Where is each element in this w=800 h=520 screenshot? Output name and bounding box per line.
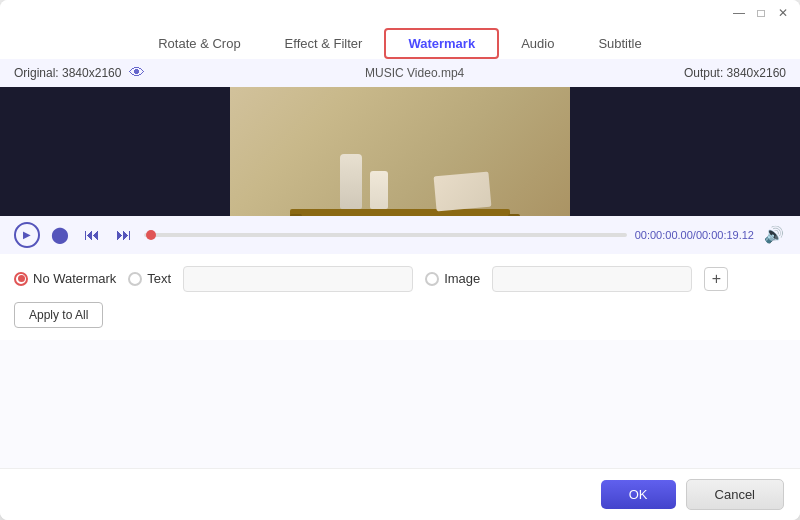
tab-audio[interactable]: Audio [499, 30, 576, 57]
controls-bar: ▶ ⬤ ⏮ ⏭ 00:00:00.00/00:00:19.12 🔊 [0, 216, 800, 254]
text-watermark-label: Text [147, 271, 171, 286]
vase-tall [340, 154, 362, 209]
bench-leg-left [290, 214, 302, 216]
no-watermark-label: No Watermark [33, 271, 116, 286]
volume-button[interactable]: 🔊 [762, 223, 786, 247]
prev-icon: ⏮ [84, 226, 100, 244]
next-icon: ⏭ [116, 226, 132, 244]
plus-icon: + [712, 270, 721, 288]
play-icon: ▶ [23, 229, 31, 240]
bench-leg-right [508, 214, 520, 216]
bench-decoration [290, 209, 510, 216]
vase-short [370, 171, 388, 209]
progress-bar[interactable] [144, 233, 627, 237]
time-display: 00:00:00.00/00:00:19.12 [635, 229, 754, 241]
tab-watermark[interactable]: Watermark [384, 28, 499, 59]
progress-indicator [146, 230, 156, 240]
no-watermark-option[interactable]: No Watermark [14, 271, 116, 286]
video-frame [230, 87, 570, 216]
tab-rotate-crop[interactable]: Rotate & Crop [136, 30, 262, 57]
main-window: — □ ✕ Rotate & Crop Effect & Filter Wate… [0, 0, 800, 520]
text-watermark-input[interactable] [183, 266, 413, 292]
image-watermark-option[interactable]: Image [425, 271, 480, 286]
tab-effect-filter[interactable]: Effect & Filter [263, 30, 385, 57]
watermark-controls: No Watermark Text Image + Apply to All [0, 254, 800, 340]
minimize-button[interactable]: — [732, 6, 746, 20]
tabs-bar: Rotate & Crop Effect & Filter Watermark … [0, 26, 800, 59]
radio-inner [18, 275, 25, 282]
image-watermark-radio[interactable] [425, 272, 439, 286]
no-watermark-radio[interactable] [14, 272, 28, 286]
volume-icon: 🔊 [764, 225, 784, 244]
cancel-button[interactable]: Cancel [686, 479, 784, 510]
bottom-area [0, 340, 800, 469]
maximize-button[interactable]: □ [754, 6, 768, 20]
video-thumbnail [230, 87, 570, 216]
close-button[interactable]: ✕ [776, 6, 790, 20]
text-watermark-option[interactable]: Text [128, 271, 171, 286]
output-resolution: Output: 3840x2160 [684, 66, 786, 80]
book-decoration [434, 171, 492, 211]
next-button[interactable]: ⏭ [112, 223, 136, 247]
prev-button[interactable]: ⏮ [80, 223, 104, 247]
eye-icon[interactable]: 👁 [129, 64, 145, 82]
image-watermark-input[interactable] [492, 266, 692, 292]
file-name: MUSIC Video.mp4 [365, 66, 464, 80]
ok-button[interactable]: OK [601, 480, 676, 509]
original-resolution: Original: 3840x2160 [14, 66, 121, 80]
footer: OK Cancel [0, 468, 800, 520]
stop-button[interactable]: ⬤ [48, 223, 72, 247]
window-controls: — □ ✕ [732, 6, 790, 20]
video-area [0, 87, 800, 216]
watermark-row: No Watermark Text Image + [14, 266, 786, 292]
info-bar: Original: 3840x2160 👁 MUSIC Video.mp4 Ou… [0, 59, 800, 87]
title-bar: — □ ✕ [0, 0, 800, 26]
text-watermark-radio[interactable] [128, 272, 142, 286]
apply-to-all-button[interactable]: Apply to All [14, 302, 103, 328]
add-image-button[interactable]: + [704, 267, 728, 291]
play-button[interactable]: ▶ [14, 222, 40, 248]
tab-subtitle[interactable]: Subtitle [576, 30, 663, 57]
image-watermark-label: Image [444, 271, 480, 286]
stop-icon: ⬤ [51, 225, 69, 244]
info-left: Original: 3840x2160 👁 [14, 64, 145, 82]
